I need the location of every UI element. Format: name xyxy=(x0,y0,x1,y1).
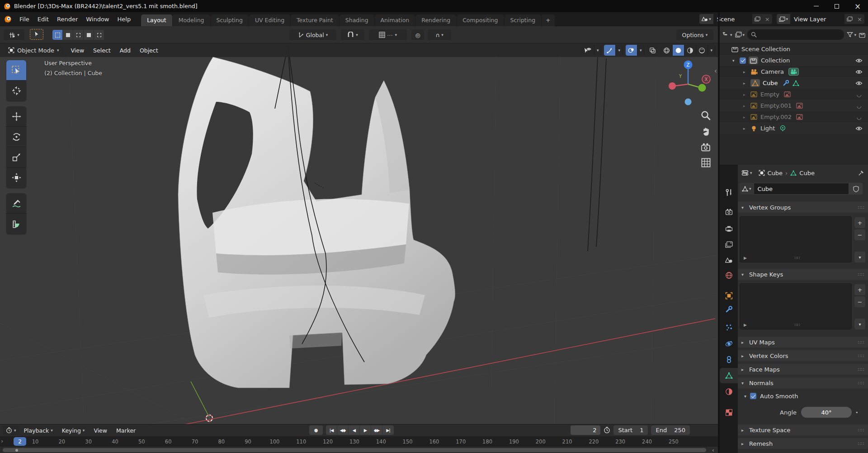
transform-orientation-dropdown[interactable]: Global ▾ xyxy=(289,29,336,40)
options-dropdown[interactable]: Options ▾ xyxy=(676,29,713,40)
vertex-group-specials-button[interactable]: ▾ xyxy=(854,252,865,262)
timeline-editor-type-button[interactable]: ▾ xyxy=(3,426,19,435)
outliner-row-empty-001[interactable]: ▸ Empty.001 ◡ xyxy=(720,100,868,111)
panel-shape-keys[interactable]: ▾ Shape Keys ∷∷ xyxy=(738,269,868,280)
disclosure-closed-icon[interactable]: ▸ xyxy=(743,92,750,97)
navigation-gizmo[interactable]: Z X Y xyxy=(663,57,713,108)
close-button[interactable]: × xyxy=(847,0,868,12)
select-mode-subtract[interactable] xyxy=(73,30,84,40)
tab-uv-editing[interactable]: UV Editing xyxy=(249,14,290,26)
grip-icon[interactable]: ∷∷ xyxy=(795,323,800,327)
outliner-display-mode-dropdown[interactable]: ▾ xyxy=(722,32,732,38)
disclosure-open-icon[interactable]: ▾ xyxy=(744,394,746,399)
outliner-scope-dropdown[interactable]: ▾ xyxy=(735,32,745,38)
viewport-canvas[interactable] xyxy=(0,43,718,424)
vertex-groups-list[interactable]: ▶ ∷∷ xyxy=(740,216,852,262)
jump-to-end-button[interactable]: ▶| xyxy=(382,425,394,435)
record-button[interactable]: ● xyxy=(309,425,323,435)
outliner-row-empty[interactable]: ▸ Empty ◡ xyxy=(720,89,868,100)
view-layer-copy-button[interactable] xyxy=(844,14,855,24)
panel-remesh[interactable]: ▸ Remesh ∷∷ xyxy=(738,438,868,449)
camera-data-icon-box[interactable] xyxy=(788,68,799,76)
tab-animation[interactable]: Animation xyxy=(375,14,415,26)
zoom-icon[interactable] xyxy=(701,110,711,120)
menu-marker[interactable]: Marker xyxy=(112,426,140,435)
panel-texture-space[interactable]: ▸ Texture Space ∷∷ xyxy=(738,424,868,435)
expand-arrow-icon[interactable]: › xyxy=(1,438,3,444)
tab-tool[interactable] xyxy=(720,185,738,200)
menu-window[interactable]: Window xyxy=(82,14,113,24)
tab-scripting[interactable]: Scripting xyxy=(505,14,542,26)
grip-icon[interactable]: ∷∷ xyxy=(858,340,864,345)
image-data-icon-box[interactable] xyxy=(796,103,803,109)
mesh-data-icon-box[interactable] xyxy=(793,80,799,86)
select-mode-set[interactable] xyxy=(52,30,63,40)
playhead-dot[interactable] xyxy=(15,449,18,452)
minimize-button[interactable] xyxy=(806,0,826,12)
tool-rotate[interactable] xyxy=(6,127,26,147)
viewport-menu-object[interactable]: Object xyxy=(135,45,163,56)
select-mode-extend[interactable] xyxy=(63,30,73,40)
tool-move[interactable] xyxy=(6,106,26,127)
tab-view-layer[interactable] xyxy=(720,237,738,252)
scene-unlink-button[interactable]: × xyxy=(763,14,772,24)
tab-physics[interactable] xyxy=(720,336,738,351)
viewport-menu-add[interactable]: Add xyxy=(115,45,135,56)
menu-file[interactable]: File xyxy=(15,14,33,24)
current-frame-badge[interactable]: 2 xyxy=(14,437,26,446)
outliner-row-light[interactable]: ▸ Light xyxy=(720,123,868,134)
tab-scene[interactable] xyxy=(720,253,738,268)
disclosure-closed-icon[interactable]: ▸ xyxy=(743,126,750,131)
end-frame-field[interactable]: End 250 xyxy=(651,425,690,435)
shading-rendered-button[interactable] xyxy=(696,45,708,56)
menu-help[interactable]: Help xyxy=(113,14,135,24)
visibility-eye-toggle[interactable]: ◡ xyxy=(854,91,863,98)
play-reverse-button[interactable]: ◀ xyxy=(349,425,360,435)
shading-solid-button[interactable] xyxy=(673,45,684,56)
tool-transform[interactable] xyxy=(6,167,26,188)
outliner-row-scene-collection[interactable]: Scene Collection xyxy=(720,43,868,55)
modifier-icon-box[interactable] xyxy=(783,80,789,86)
shape-keys-list[interactable]: ▶ ∷∷ xyxy=(740,283,852,329)
new-collection-button[interactable] xyxy=(859,31,865,38)
viewport-menu-select[interactable]: Select xyxy=(89,45,115,56)
mesh-name-input[interactable]: Cube xyxy=(754,183,849,195)
xray-toggle[interactable] xyxy=(647,45,658,56)
tool-select-box[interactable] xyxy=(6,60,26,81)
image-data-icon-box[interactable] xyxy=(796,114,803,120)
tab-rendering[interactable]: Rendering xyxy=(415,14,456,26)
visibility-eye-toggle[interactable] xyxy=(854,126,863,131)
camera-view-icon[interactable] xyxy=(701,143,711,152)
light-data-icon-box[interactable] xyxy=(779,125,786,132)
angle-value-field[interactable]: 40° xyxy=(801,407,852,418)
tab-shading[interactable]: Shading xyxy=(340,14,374,26)
maximize-button[interactable] xyxy=(826,0,847,12)
tab-render[interactable] xyxy=(720,204,738,219)
outliner-search-input[interactable] xyxy=(747,29,844,40)
grip-icon[interactable]: ∷∷ xyxy=(858,205,864,210)
tab-texture[interactable] xyxy=(720,405,738,420)
gizmo-y-label[interactable]: Y xyxy=(679,74,682,79)
fake-user-shield-button[interactable] xyxy=(849,183,863,195)
add-workspace-button[interactable]: + xyxy=(542,14,554,26)
pan-hand-icon[interactable] xyxy=(701,127,711,136)
previous-keyframe-button[interactable]: ◀◆ xyxy=(337,425,349,435)
mesh-browse-button[interactable]: ▾ xyxy=(740,183,754,195)
gizmo-z-label[interactable]: Z xyxy=(687,62,690,67)
visibility-eye-toggle[interactable] xyxy=(854,58,863,63)
gizmos-dropdown-arrow[interactable]: ▾ xyxy=(616,45,623,56)
shading-wireframe-button[interactable] xyxy=(661,45,673,56)
overlays-dropdown-arrow[interactable]: ▾ xyxy=(637,45,645,56)
pin-button[interactable] xyxy=(858,169,864,176)
disclosure-closed-icon[interactable]: ▸ xyxy=(743,70,750,74)
collection-checkbox[interactable] xyxy=(740,57,746,64)
proportional-falloff-dropdown[interactable]: ∩ ▾ xyxy=(428,29,451,40)
scene-copy-button[interactable] xyxy=(752,14,763,24)
editor-type-button[interactable]: ▾ xyxy=(4,29,24,40)
grip-icon[interactable]: ∷∷ xyxy=(858,367,864,372)
shading-dropdown-arrow[interactable]: ▾ xyxy=(708,45,715,56)
grip-icon[interactable]: ∷∷ xyxy=(858,441,864,446)
current-frame-field[interactable]: 2 xyxy=(571,425,600,435)
disclosure-closed-icon[interactable]: ▸ xyxy=(743,81,750,86)
disclosure-open-icon[interactable]: ▾ xyxy=(732,58,740,63)
